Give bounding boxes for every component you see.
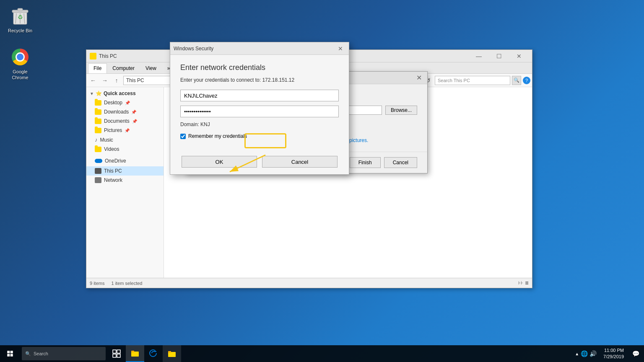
taskbar-search[interactable]: 🔍 Search — [22, 347, 106, 360]
search-placeholder: Search This PC — [438, 78, 470, 83]
music-icon-sm: ♪ — [95, 137, 98, 143]
forward-button[interactable]: → — [100, 75, 110, 85]
google-chrome-icon[interactable]: Google Chrome — [3, 45, 37, 83]
desktop-icon-sm — [95, 100, 101, 106]
svg-text:♻: ♻ — [18, 14, 23, 21]
svg-rect-11 — [113, 354, 116, 357]
pictures-icon-sm — [95, 128, 101, 133]
recycle-bin-label: Recycle Bin — [8, 28, 32, 34]
task-view-icon — [112, 349, 121, 358]
taskbar: 🔍 Search — [0, 345, 644, 362]
status-bar: 9 items 1 item selected ⊦⊦ ≣ — [86, 278, 532, 288]
status-items: 9 items — [90, 281, 104, 286]
edge-icon — [149, 349, 158, 358]
address-text: This PC — [126, 78, 144, 83]
security-title-text: Windows Security — [174, 46, 335, 52]
documents-pin-icon: 📌 — [132, 119, 137, 124]
svg-rect-14 — [131, 351, 134, 352]
sidebar-onedrive-label: OneDrive — [105, 158, 126, 164]
sidebar-item-network[interactable]: Network — [86, 176, 164, 185]
sidebar-item-onedrive[interactable]: OneDrive — [86, 156, 164, 165]
downloads-icon-sm — [95, 109, 101, 115]
back-button[interactable]: ← — [88, 75, 98, 85]
desktop-pin-icon: 📌 — [125, 101, 130, 105]
sidebar-item-pictures[interactable]: Pictures 📌 — [86, 126, 164, 135]
svg-rect-16 — [168, 351, 171, 353]
remember-creds-row: Remember my credentials — [180, 133, 339, 139]
taskbar-time[interactable]: 11:00 PM 7/29/2019 — [600, 347, 627, 360]
security-close-button[interactable]: ✕ — [335, 44, 345, 54]
tab-computer[interactable]: Computer — [107, 63, 140, 73]
taskbar-explorer-button[interactable] — [126, 345, 144, 362]
security-heading: Enter network credentials — [180, 63, 339, 72]
security-cancel-button[interactable]: Cancel — [262, 156, 338, 168]
downloads-pin-icon: 📌 — [131, 110, 136, 114]
finish-button[interactable]: Finish — [350, 157, 381, 168]
quick-access-header[interactable]: ▼ ⭐ Quick access — [86, 89, 164, 98]
edge-button[interactable] — [144, 345, 163, 362]
help-button[interactable]: ? — [523, 77, 530, 84]
explorer-title-icon — [90, 53, 96, 59]
sidebar-item-downloads[interactable]: Downloads 📌 — [86, 107, 164, 116]
view-large-icon[interactable]: ≣ — [525, 280, 529, 286]
network-tray-icon[interactable]: 🌐 — [581, 350, 588, 357]
remember-label: Remember my credentials — [188, 133, 247, 139]
taskbar-explorer2-button[interactable] — [163, 345, 181, 362]
sidebar-pictures-label: Pictures — [104, 127, 122, 133]
sidebar-desktop-label: Desktop — [104, 100, 122, 106]
window-controls: — ☐ ✕ — [469, 50, 529, 62]
network-icon-sm — [95, 177, 101, 183]
volume-tray-icon[interactable]: 🔊 — [589, 350, 597, 357]
windows-security-dialog: Windows Security ✕ Enter network credent… — [170, 42, 349, 175]
svg-rect-10 — [117, 350, 120, 353]
task-view-button[interactable] — [107, 345, 126, 362]
sidebar-item-documents[interactable]: Documents 📌 — [86, 116, 164, 126]
start-button[interactable] — [0, 345, 20, 362]
tab-view[interactable]: View — [140, 63, 162, 73]
sidebar-item-videos[interactable]: Videos — [86, 145, 164, 154]
videos-icon-sm — [95, 147, 101, 152]
tray-up-arrow[interactable]: ▲ — [575, 352, 579, 356]
close-button[interactable]: ✕ — [509, 50, 529, 62]
browse-button[interactable]: Browse... — [385, 106, 417, 115]
sidebar-item-thispc[interactable]: This PC — [86, 166, 164, 176]
desktop: ♻ Recycle Bin Google Chrome This PC — ☐ … — [0, 0, 644, 362]
sidebar-documents-label: Documents — [104, 118, 130, 124]
map-drive-close-button[interactable]: ✕ — [414, 73, 424, 83]
quick-access-label: ⭐ — [96, 90, 102, 96]
time-display: 11:00 PM — [603, 347, 624, 354]
svg-rect-12 — [117, 354, 120, 357]
sidebar-videos-label: Videos — [104, 146, 119, 152]
security-ok-button[interactable]: OK — [182, 156, 257, 168]
status-bar-right: ⊦⊦ ≣ — [518, 280, 529, 286]
svg-rect-5 — [18, 8, 23, 11]
security-footer: OK Cancel — [170, 152, 349, 174]
minimize-button[interactable]: — — [469, 50, 488, 62]
sidebar-thispc-label: This PC — [104, 168, 122, 174]
search-icon-taskbar: 🔍 — [25, 351, 31, 357]
username-input[interactable] — [180, 90, 339, 101]
search-field[interactable]: Search This PC — [435, 76, 510, 85]
windows-logo-icon — [6, 350, 14, 357]
notification-button[interactable]: 💬 — [627, 345, 644, 362]
tab-file[interactable]: File — [88, 63, 107, 73]
chrome-img — [10, 47, 30, 67]
map-drive-cancel-button[interactable]: Cancel — [384, 157, 417, 168]
documents-icon-sm — [95, 119, 101, 124]
password-input[interactable] — [180, 106, 339, 117]
recycle-bin-icon[interactable]: ♻ Recycle Bin — [3, 4, 37, 35]
security-titlebar: Windows Security ✕ — [170, 42, 349, 55]
up-button[interactable]: ↑ — [112, 75, 122, 85]
sidebar: ▼ ⭐ Quick access Desktop 📌 Downloads 📌 D — [86, 87, 164, 278]
system-tray: ▲ 🌐 🔊 — [571, 350, 600, 357]
view-details-icon[interactable]: ⊦⊦ — [518, 280, 523, 286]
sidebar-item-desktop[interactable]: Desktop 📌 — [86, 98, 164, 107]
remember-creds-checkbox[interactable] — [180, 134, 186, 139]
folder-icon2-taskbar — [168, 349, 176, 358]
taskbar-search-placeholder: Search — [34, 351, 48, 356]
sidebar-item-music[interactable]: ♪ Music — [86, 135, 164, 145]
search-button[interactable]: 🔍 — [512, 76, 521, 85]
maximize-button[interactable]: ☐ — [489, 50, 509, 62]
status-selected: 1 item selected — [111, 281, 142, 286]
pictures-pin-icon: 📌 — [125, 128, 130, 133]
